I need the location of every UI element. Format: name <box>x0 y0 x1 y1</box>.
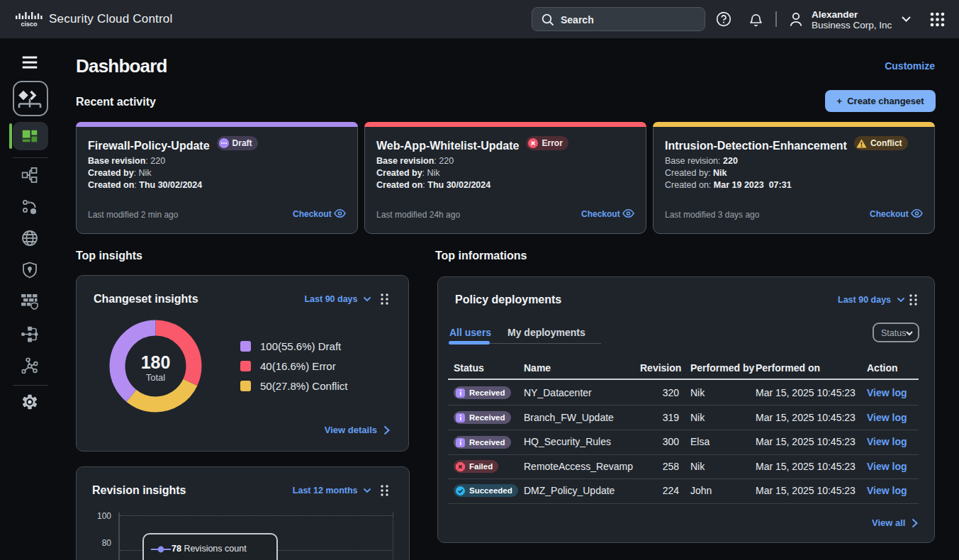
svg-text:Total: Total <box>146 372 166 383</box>
svg-text:180: 180 <box>141 352 171 372</box>
svg-text:cisco: cisco <box>21 21 38 28</box>
